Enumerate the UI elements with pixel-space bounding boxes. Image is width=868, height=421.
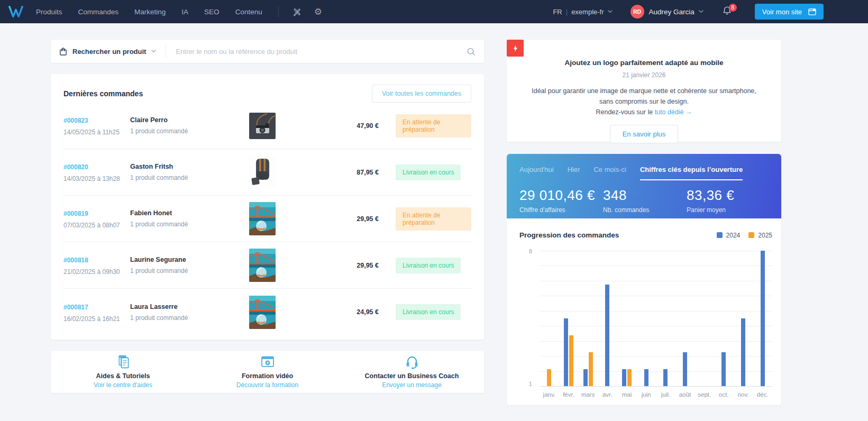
metric-label: Chiffre d'affaires bbox=[519, 206, 603, 214]
search-input[interactable] bbox=[176, 48, 467, 56]
order-date: 07/03/2025 à 08h07 bbox=[63, 222, 130, 229]
x-tick-mai: mai bbox=[617, 391, 637, 398]
user-chevron-down-icon[interactable] bbox=[699, 10, 703, 13]
nav-item-produits[interactable]: Produits bbox=[36, 8, 62, 16]
product-thumbnail-camera bbox=[249, 113, 276, 139]
nav-item-commandes[interactable]: Commandes bbox=[78, 8, 119, 16]
product-thumbnail-bridge bbox=[249, 249, 276, 282]
avatar-initials: RD bbox=[633, 8, 641, 15]
nav-item-marketing[interactable]: Marketing bbox=[134, 8, 166, 16]
x-tick-déc: déc. bbox=[753, 391, 772, 398]
bar-group-déc bbox=[753, 251, 772, 386]
announcement-line3: Rendez-vous sur le bbox=[596, 108, 654, 116]
metric: 29 010,46 €Chiffre d'affaires bbox=[519, 187, 603, 214]
order-row[interactable]: #00081716/02/2025 à 16h21Laura Lasserre1… bbox=[63, 289, 471, 335]
design-tools-icon[interactable] bbox=[293, 7, 301, 16]
order-id-link[interactable]: #000819 bbox=[63, 210, 88, 217]
legend-item-2025[interactable]: 2025 bbox=[748, 232, 772, 239]
tutorial-link[interactable]: tuto dédié → bbox=[655, 108, 692, 116]
legend-swatch-2025 bbox=[748, 232, 754, 238]
order-customer-cell: Gaston Fritsh1 produit commandé bbox=[130, 163, 225, 181]
order-row[interactable]: #00081907/03/2025 à 08h07Fabien Honet1 p… bbox=[63, 196, 471, 242]
stats-tab[interactable]: Hier bbox=[568, 166, 580, 180]
orders-list: #00082314/05/2025 à 11h25Claire Perro1 p… bbox=[63, 103, 471, 335]
order-detail: 1 produit commandé bbox=[130, 127, 225, 135]
stats-tab[interactable]: Chiffres clés depuis l’ouverture bbox=[640, 166, 743, 180]
brand-logo[interactable] bbox=[7, 4, 24, 19]
order-price: 24,95 € bbox=[299, 308, 379, 316]
announcement-card: Ajoutez un logo parfaitement adapté au m… bbox=[507, 40, 781, 142]
site-name: exemple-fr bbox=[571, 8, 604, 16]
notifications-bell[interactable]: 8 bbox=[723, 6, 732, 17]
order-customer-cell: Laura Lasserre1 produit commandé bbox=[130, 303, 225, 322]
user-name[interactable]: Audrey Garcia bbox=[649, 8, 695, 16]
metric-value: 348 bbox=[603, 187, 687, 204]
legend-item-2024[interactable]: 2024 bbox=[717, 232, 741, 239]
chart-bars bbox=[540, 251, 772, 386]
order-date: 16/02/2025 à 16h21 bbox=[63, 315, 130, 323]
order-date: 14/03/2025 à 13h28 bbox=[63, 175, 130, 182]
order-id-cell: #00081716/02/2025 à 16h21 bbox=[63, 302, 130, 323]
bar-2024-oct bbox=[721, 352, 726, 386]
product-thumbnail-bridge bbox=[249, 296, 276, 329]
chart-title: Progression des commandes bbox=[519, 231, 619, 239]
learn-more-button[interactable]: En savoir plus bbox=[610, 125, 679, 143]
bar-group-août bbox=[675, 251, 695, 386]
user-avatar[interactable]: RD bbox=[631, 5, 644, 19]
order-price: 29,95 € bbox=[299, 215, 379, 223]
x-tick-nov: nov. bbox=[734, 391, 753, 398]
visit-site-button[interactable]: Voir mon site bbox=[755, 4, 824, 20]
order-id-link[interactable]: #000818 bbox=[63, 257, 88, 264]
order-id-link[interactable]: #000817 bbox=[63, 304, 88, 311]
search-icon[interactable] bbox=[467, 47, 476, 56]
y-tick-max: 8 bbox=[529, 248, 532, 254]
bar-2024-févr bbox=[564, 318, 568, 386]
order-customer-name: Fabien Honet bbox=[130, 209, 225, 217]
announcement-date: 21 janvier 2026 bbox=[530, 71, 758, 79]
order-thumbnail-cell bbox=[225, 249, 299, 282]
order-detail: 1 produit commandé bbox=[130, 314, 225, 322]
x-tick-août: août bbox=[675, 391, 695, 398]
order-id-link[interactable]: #000820 bbox=[63, 163, 88, 171]
bar-group-mars bbox=[578, 251, 598, 386]
help-link[interactable]: Voir le centre d'aides bbox=[94, 381, 152, 389]
nav-item-seo[interactable]: SEO bbox=[204, 8, 220, 16]
bar-2024-mai bbox=[622, 369, 626, 386]
main-menu: ProduitsCommandesMarketingIASEOContenu bbox=[36, 8, 262, 16]
order-id-link[interactable]: #000823 bbox=[63, 117, 88, 124]
view-all-orders-button[interactable]: Voir toutes les commandes bbox=[372, 85, 471, 103]
order-price: 47,90 € bbox=[299, 122, 379, 130]
order-row[interactable]: #00082014/03/2025 à 13h28Gaston Fritsh1 … bbox=[63, 149, 471, 196]
help-link[interactable]: Envoyer un message bbox=[382, 381, 442, 389]
search-type-selector[interactable]: Rechercher un produit bbox=[59, 47, 156, 56]
order-row[interactable]: #00081821/02/2025 à 09h30Laurine Seguran… bbox=[63, 242, 471, 289]
order-id-cell: #00082314/05/2025 à 11h25 bbox=[63, 115, 130, 136]
settings-gear-icon[interactable]: ⚙ bbox=[314, 7, 322, 16]
x-tick-oct: oct. bbox=[714, 391, 734, 398]
nav-item-ia[interactable]: IA bbox=[181, 8, 188, 16]
help-link[interactable]: Découvrir la formation bbox=[236, 381, 298, 389]
site-selector[interactable]: FR | exemple-fr bbox=[553, 8, 612, 16]
bar-2024-juin bbox=[644, 369, 648, 386]
order-row[interactable]: #00082314/05/2025 à 11h25Claire Perro1 p… bbox=[63, 103, 471, 149]
metric: 83,36 €Panier moyen bbox=[687, 187, 734, 214]
order-id-cell: #00081821/02/2025 à 09h30 bbox=[63, 255, 130, 276]
bar-group-févr bbox=[559, 251, 579, 386]
bar-group-avr bbox=[598, 251, 617, 386]
bar-2024-avr bbox=[605, 285, 609, 386]
chart-y-axis: 81 bbox=[519, 251, 540, 386]
help-title: Contacter un Business Coach bbox=[340, 372, 484, 380]
order-thumbnail-cell bbox=[225, 155, 299, 189]
metric-label: Panier moyen bbox=[687, 206, 734, 214]
help-item: Formation vidéoDécouvrir la formation bbox=[195, 354, 340, 389]
order-date: 14/05/2025 à 11h25 bbox=[63, 129, 130, 136]
help-title: Formation vidéo bbox=[195, 372, 340, 380]
announcement-body: Idéal pour garantir une image de marque … bbox=[530, 86, 758, 117]
key-figures-panel: Aujourd'huiHierCe mois-ciChiffres clés d… bbox=[507, 154, 781, 218]
order-customer-name: Gaston Fritsh bbox=[130, 163, 225, 170]
legend-swatch-2024 bbox=[717, 232, 723, 238]
nav-item-contenu[interactable]: Contenu bbox=[235, 8, 262, 16]
stats-tab[interactable]: Aujourd'hui bbox=[519, 166, 554, 180]
order-customer-name: Laurine Segurane bbox=[130, 256, 225, 263]
stats-tab[interactable]: Ce mois-ci bbox=[593, 166, 626, 180]
